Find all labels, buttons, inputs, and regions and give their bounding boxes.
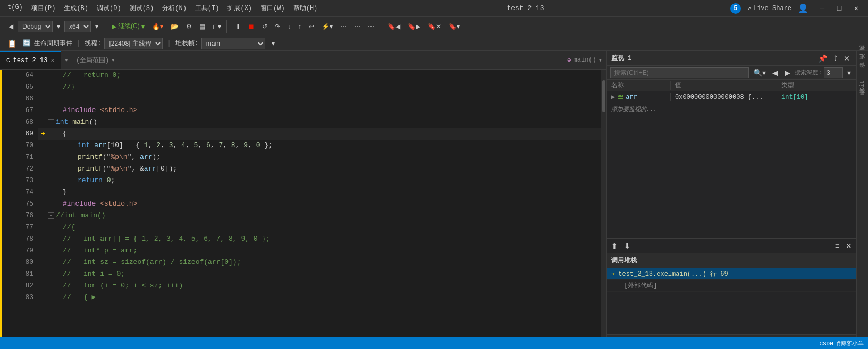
menu-item[interactable]: 工具(T) [192,3,223,14]
callstack-item[interactable]: [外部代码] [607,280,856,292]
menu-bar[interactable]: t(G)项目(P)生成(B)调试(D)测试(S)分析(N)工具(T)扩展(X)窗… [4,3,321,14]
watch-pin-button[interactable]: 📌 [816,53,829,64]
watch-nav-prev[interactable]: ◀ [770,68,780,78]
toolbar-more2[interactable]: ⋯ [351,20,364,33]
watch-search-input[interactable] [610,67,749,78]
menu-item[interactable]: 生成(B) [61,3,91,14]
bookmark-prev[interactable]: 🔖◀ [384,20,403,33]
code-line-73[interactable]: return 0; [38,175,601,186]
toolbar-btn3[interactable]: ◻▾ [209,20,224,33]
watch-close-button[interactable]: ✕ [841,53,852,64]
bookmark-toggle[interactable]: 🔖▾ [445,20,463,33]
continue-button[interactable]: ▶ 继续(C) ▾ [108,20,148,33]
code-line-82[interactable]: // for (i = 0; i < sz; i++) [38,280,601,292]
callstack-item[interactable]: ➔test_2_13.exelmain(...) 行 69 [607,268,856,280]
tab-dropdown[interactable]: ▾ [61,51,72,69]
platform-select[interactable]: x64 [64,21,91,32]
code-content[interactable]: // return 0;//}#include <stdio.h>-int ma… [38,70,601,349]
code-line-75[interactable]: #include <stdio.h> [38,198,601,210]
code-line-69[interactable]: ➔{ [38,128,601,140]
scope-selector[interactable]: (全局范围) ▾ [76,56,115,65]
watch-float-button[interactable]: ⤴ [831,53,839,64]
debug-config-select[interactable]: Debug [18,21,53,32]
scrollbar-thumb[interactable] [602,80,605,112]
debug-proc-icon[interactable]: 📋 [4,37,20,50]
platform-arrow[interactable]: ▾ [92,20,102,33]
code-line-67[interactable]: #include <stdio.h> [38,105,601,116]
vertical-scrollbar[interactable] [601,70,606,349]
restart-button[interactable]: ↺ [259,20,271,33]
code-line-66[interactable] [38,93,601,105]
menu-item[interactable]: 调试(D) [94,3,124,14]
tool-monitor[interactable]: 监视 [858,53,867,57]
stop-button[interactable]: ⏹ [245,20,258,33]
code-line-80[interactable]: // int sz = sizeof(arr) / sizeof(arr[0])… [38,257,601,268]
depth-arrow[interactable]: ▾ [845,68,853,78]
maximize-button[interactable]: □ [832,3,847,14]
live-share-button[interactable]: ↗ Live Share [747,4,791,12]
step-back-button[interactable]: ↩ [306,20,317,33]
stack-select[interactable]: main [201,38,265,49]
tool-hint[interactable]: 提示 [858,97,867,101]
back-button[interactable]: ◀ [5,20,16,33]
fold-icon[interactable]: - [48,212,54,219]
pause-button[interactable]: ⏸ [231,20,244,33]
expand-arrow[interactable]: ▶ [611,93,615,101]
watch-nav-next[interactable]: ▶ [782,68,793,78]
code-line-72[interactable]: printf("%p\n", &arr[0]); [38,163,601,175]
code-line-64[interactable]: // return 0; [38,70,601,81]
bookmark-clear[interactable]: 🔖✕ [425,20,444,33]
code-line-79[interactable]: // int* p = arr; [38,245,601,257]
notification-badge[interactable]: 5 [730,3,741,14]
toolbar-btn1[interactable]: ⚙ [183,20,195,33]
tab-close[interactable]: ✕ [50,57,54,64]
step-out-button[interactable]: ↑ [295,20,305,33]
watch-search-icon[interactable]: 🔍▾ [751,67,768,78]
code-line-65[interactable]: //} [38,81,601,93]
menu-item[interactable]: 扩展(X) [224,3,255,14]
watch-extra-close[interactable]: ✕ [844,241,854,251]
add-watch-label[interactable]: 添加要监视的... [607,103,856,115]
tool-error[interactable]: 错误 [858,70,867,74]
func-selector[interactable]: ⊕ main() ▾ [567,56,602,64]
code-line-68[interactable]: -int main() [38,116,601,128]
window-controls[interactable]: ─ □ ✕ [815,3,864,14]
hot-restart-button[interactable]: 🔥▾ [149,20,166,33]
disasm-button[interactable]: ⚡▾ [318,20,336,33]
watch-extra-btn2[interactable]: ⬇ [622,241,633,251]
bookmark-next[interactable]: 🔖▶ [404,20,424,33]
toolbar-more1[interactable]: ⋯ [337,20,350,33]
code-line-71[interactable]: printf("%p\n", arr); [38,151,601,163]
step-into-button[interactable]: ↓ [284,20,294,33]
code-line-78[interactable]: // int arr[] = { 1, 2, 3, 4, 5, 6, 7, 8,… [38,233,601,245]
tool-disasm[interactable]: 逆汇 [858,62,867,66]
toolbar-btn2[interactable]: ▤ [196,20,208,33]
menu-item[interactable]: 帮助(H) [290,3,321,14]
watch-row-arr[interactable]: ▶ 🗃 arr 0x0000000000000008 {... int[10] [607,91,856,103]
code-tab[interactable]: C test_2_13 ✕ [0,51,61,69]
code-line-83[interactable]: // { ▶ [38,292,601,303]
watch-collapse-all[interactable]: ≡ [833,241,841,251]
fold-icon[interactable]: - [48,119,54,125]
toolbar-more3[interactable]: ⋯ [365,20,377,33]
menu-item[interactable]: 窗口(W) [257,3,288,14]
open-file-button[interactable]: 📂 [167,20,182,33]
menu-item[interactable]: t(G) [4,3,26,14]
stack-arrow[interactable]: ▾ [268,37,278,50]
depth-input[interactable] [824,67,843,78]
code-line-74[interactable]: } [38,186,601,198]
code-line-81[interactable]: // int i = 0; [38,268,601,280]
watch-extra-btn1[interactable]: ⬆ [609,241,620,251]
thread-select[interactable]: ‌[22408] 主线程 [104,38,163,49]
menu-item[interactable]: 项目(P) [28,3,59,14]
code-line-76[interactable]: -//int main() [38,210,601,222]
minimize-button[interactable]: ─ [815,3,830,14]
menu-item[interactable]: 测试(S) [127,3,157,14]
tool-git[interactable]: Git [858,79,866,92]
person-icon[interactable]: 👤 [798,3,808,14]
menu-item[interactable]: 分析(N) [159,3,190,14]
code-line-70[interactable]: int arr[10] = { 1, 2, 3, 4, 5, 6, 7, 8, … [38,140,601,151]
close-button[interactable]: ✕ [849,3,864,14]
config-arrow[interactable]: ▾ [54,20,63,33]
step-over-button[interactable]: ↷ [272,20,283,33]
